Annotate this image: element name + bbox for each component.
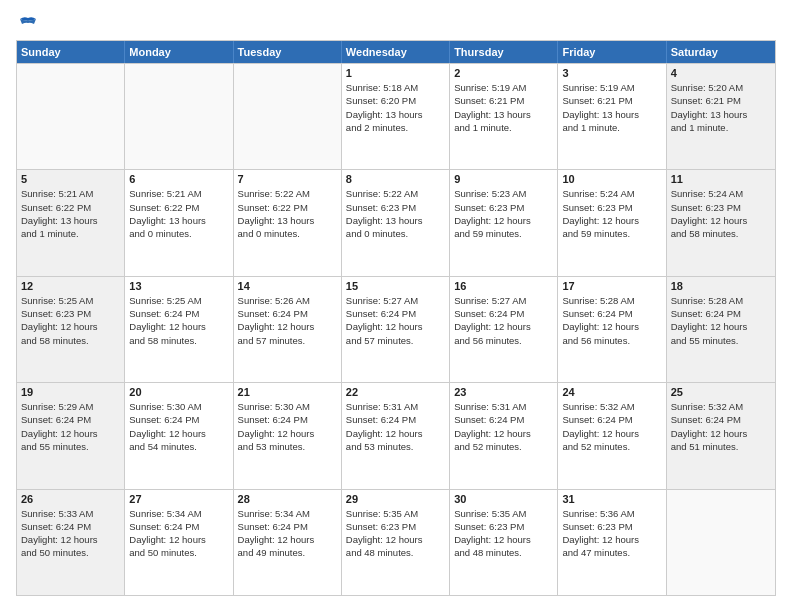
- cal-cell-26: 26Sunrise: 5:33 AM Sunset: 6:24 PM Dayli…: [17, 490, 125, 595]
- day-number: 18: [671, 280, 771, 292]
- day-number: 1: [346, 67, 445, 79]
- cal-cell-8: 8Sunrise: 5:22 AM Sunset: 6:23 PM Daylig…: [342, 170, 450, 275]
- cal-cell-14: 14Sunrise: 5:26 AM Sunset: 6:24 PM Dayli…: [234, 277, 342, 382]
- day-info: Sunrise: 5:30 AM Sunset: 6:24 PM Dayligh…: [129, 400, 228, 453]
- cal-cell-20: 20Sunrise: 5:30 AM Sunset: 6:24 PM Dayli…: [125, 383, 233, 488]
- day-info: Sunrise: 5:18 AM Sunset: 6:20 PM Dayligh…: [346, 81, 445, 134]
- cal-cell-25: 25Sunrise: 5:32 AM Sunset: 6:24 PM Dayli…: [667, 383, 775, 488]
- calendar-header-row: SundayMondayTuesdayWednesdayThursdayFrid…: [17, 41, 775, 63]
- day-info: Sunrise: 5:36 AM Sunset: 6:23 PM Dayligh…: [562, 507, 661, 560]
- day-info: Sunrise: 5:21 AM Sunset: 6:22 PM Dayligh…: [129, 187, 228, 240]
- day-info: Sunrise: 5:35 AM Sunset: 6:23 PM Dayligh…: [346, 507, 445, 560]
- cal-cell-1: 1Sunrise: 5:18 AM Sunset: 6:20 PM Daylig…: [342, 64, 450, 169]
- day-info: Sunrise: 5:25 AM Sunset: 6:24 PM Dayligh…: [129, 294, 228, 347]
- cal-cell-11: 11Sunrise: 5:24 AM Sunset: 6:23 PM Dayli…: [667, 170, 775, 275]
- cal-cell-12: 12Sunrise: 5:25 AM Sunset: 6:23 PM Dayli…: [17, 277, 125, 382]
- week-row-4: 19Sunrise: 5:29 AM Sunset: 6:24 PM Dayli…: [17, 382, 775, 488]
- day-number: 14: [238, 280, 337, 292]
- day-number: 26: [21, 493, 120, 505]
- day-number: 5: [21, 173, 120, 185]
- cal-cell-2: 2Sunrise: 5:19 AM Sunset: 6:21 PM Daylig…: [450, 64, 558, 169]
- day-info: Sunrise: 5:27 AM Sunset: 6:24 PM Dayligh…: [454, 294, 553, 347]
- cal-cell-10: 10Sunrise: 5:24 AM Sunset: 6:23 PM Dayli…: [558, 170, 666, 275]
- day-info: Sunrise: 5:34 AM Sunset: 6:24 PM Dayligh…: [129, 507, 228, 560]
- day-number: 15: [346, 280, 445, 292]
- day-info: Sunrise: 5:19 AM Sunset: 6:21 PM Dayligh…: [562, 81, 661, 134]
- weekday-header-tuesday: Tuesday: [234, 41, 342, 63]
- day-number: 22: [346, 386, 445, 398]
- day-number: 17: [562, 280, 661, 292]
- cal-cell-18: 18Sunrise: 5:28 AM Sunset: 6:24 PM Dayli…: [667, 277, 775, 382]
- day-number: 8: [346, 173, 445, 185]
- day-info: Sunrise: 5:26 AM Sunset: 6:24 PM Dayligh…: [238, 294, 337, 347]
- cal-cell-13: 13Sunrise: 5:25 AM Sunset: 6:24 PM Dayli…: [125, 277, 233, 382]
- day-number: 10: [562, 173, 661, 185]
- day-info: Sunrise: 5:24 AM Sunset: 6:23 PM Dayligh…: [562, 187, 661, 240]
- week-row-2: 5Sunrise: 5:21 AM Sunset: 6:22 PM Daylig…: [17, 169, 775, 275]
- day-number: 6: [129, 173, 228, 185]
- cal-cell-5: 5Sunrise: 5:21 AM Sunset: 6:22 PM Daylig…: [17, 170, 125, 275]
- day-info: Sunrise: 5:32 AM Sunset: 6:24 PM Dayligh…: [562, 400, 661, 453]
- day-number: 20: [129, 386, 228, 398]
- calendar-body: 1Sunrise: 5:18 AM Sunset: 6:20 PM Daylig…: [17, 63, 775, 595]
- cal-cell-21: 21Sunrise: 5:30 AM Sunset: 6:24 PM Dayli…: [234, 383, 342, 488]
- day-info: Sunrise: 5:31 AM Sunset: 6:24 PM Dayligh…: [454, 400, 553, 453]
- day-number: 28: [238, 493, 337, 505]
- day-number: 7: [238, 173, 337, 185]
- day-number: 23: [454, 386, 553, 398]
- day-number: 4: [671, 67, 771, 79]
- weekday-header-saturday: Saturday: [667, 41, 775, 63]
- weekday-header-monday: Monday: [125, 41, 233, 63]
- weekday-header-friday: Friday: [558, 41, 666, 63]
- day-number: 21: [238, 386, 337, 398]
- cal-cell-empty-0-0: [17, 64, 125, 169]
- cal-cell-22: 22Sunrise: 5:31 AM Sunset: 6:24 PM Dayli…: [342, 383, 450, 488]
- week-row-5: 26Sunrise: 5:33 AM Sunset: 6:24 PM Dayli…: [17, 489, 775, 595]
- day-number: 13: [129, 280, 228, 292]
- cal-cell-empty-4-6: [667, 490, 775, 595]
- cal-cell-3: 3Sunrise: 5:19 AM Sunset: 6:21 PM Daylig…: [558, 64, 666, 169]
- cal-cell-4: 4Sunrise: 5:20 AM Sunset: 6:21 PM Daylig…: [667, 64, 775, 169]
- day-number: 30: [454, 493, 553, 505]
- day-info: Sunrise: 5:23 AM Sunset: 6:23 PM Dayligh…: [454, 187, 553, 240]
- cal-cell-31: 31Sunrise: 5:36 AM Sunset: 6:23 PM Dayli…: [558, 490, 666, 595]
- day-info: Sunrise: 5:22 AM Sunset: 6:22 PM Dayligh…: [238, 187, 337, 240]
- day-number: 3: [562, 67, 661, 79]
- week-row-1: 1Sunrise: 5:18 AM Sunset: 6:20 PM Daylig…: [17, 63, 775, 169]
- cal-cell-7: 7Sunrise: 5:22 AM Sunset: 6:22 PM Daylig…: [234, 170, 342, 275]
- day-number: 2: [454, 67, 553, 79]
- cal-cell-9: 9Sunrise: 5:23 AM Sunset: 6:23 PM Daylig…: [450, 170, 558, 275]
- weekday-header-thursday: Thursday: [450, 41, 558, 63]
- day-info: Sunrise: 5:28 AM Sunset: 6:24 PM Dayligh…: [562, 294, 661, 347]
- day-info: Sunrise: 5:29 AM Sunset: 6:24 PM Dayligh…: [21, 400, 120, 453]
- cal-cell-19: 19Sunrise: 5:29 AM Sunset: 6:24 PM Dayli…: [17, 383, 125, 488]
- day-number: 27: [129, 493, 228, 505]
- day-info: Sunrise: 5:24 AM Sunset: 6:23 PM Dayligh…: [671, 187, 771, 240]
- cal-cell-empty-0-1: [125, 64, 233, 169]
- day-info: Sunrise: 5:19 AM Sunset: 6:21 PM Dayligh…: [454, 81, 553, 134]
- weekday-header-wednesday: Wednesday: [342, 41, 450, 63]
- day-info: Sunrise: 5:21 AM Sunset: 6:22 PM Dayligh…: [21, 187, 120, 240]
- cal-cell-23: 23Sunrise: 5:31 AM Sunset: 6:24 PM Dayli…: [450, 383, 558, 488]
- day-info: Sunrise: 5:20 AM Sunset: 6:21 PM Dayligh…: [671, 81, 771, 134]
- logo: [16, 16, 38, 30]
- cal-cell-24: 24Sunrise: 5:32 AM Sunset: 6:24 PM Dayli…: [558, 383, 666, 488]
- day-info: Sunrise: 5:28 AM Sunset: 6:24 PM Dayligh…: [671, 294, 771, 347]
- day-info: Sunrise: 5:31 AM Sunset: 6:24 PM Dayligh…: [346, 400, 445, 453]
- cal-cell-17: 17Sunrise: 5:28 AM Sunset: 6:24 PM Dayli…: [558, 277, 666, 382]
- day-info: Sunrise: 5:35 AM Sunset: 6:23 PM Dayligh…: [454, 507, 553, 560]
- cal-cell-empty-0-2: [234, 64, 342, 169]
- day-number: 19: [21, 386, 120, 398]
- day-number: 16: [454, 280, 553, 292]
- day-info: Sunrise: 5:25 AM Sunset: 6:23 PM Dayligh…: [21, 294, 120, 347]
- cal-cell-27: 27Sunrise: 5:34 AM Sunset: 6:24 PM Dayli…: [125, 490, 233, 595]
- week-row-3: 12Sunrise: 5:25 AM Sunset: 6:23 PM Dayli…: [17, 276, 775, 382]
- calendar: SundayMondayTuesdayWednesdayThursdayFrid…: [16, 40, 776, 596]
- weekday-header-sunday: Sunday: [17, 41, 125, 63]
- day-number: 24: [562, 386, 661, 398]
- cal-cell-29: 29Sunrise: 5:35 AM Sunset: 6:23 PM Dayli…: [342, 490, 450, 595]
- day-number: 11: [671, 173, 771, 185]
- cal-cell-6: 6Sunrise: 5:21 AM Sunset: 6:22 PM Daylig…: [125, 170, 233, 275]
- day-number: 9: [454, 173, 553, 185]
- cal-cell-15: 15Sunrise: 5:27 AM Sunset: 6:24 PM Dayli…: [342, 277, 450, 382]
